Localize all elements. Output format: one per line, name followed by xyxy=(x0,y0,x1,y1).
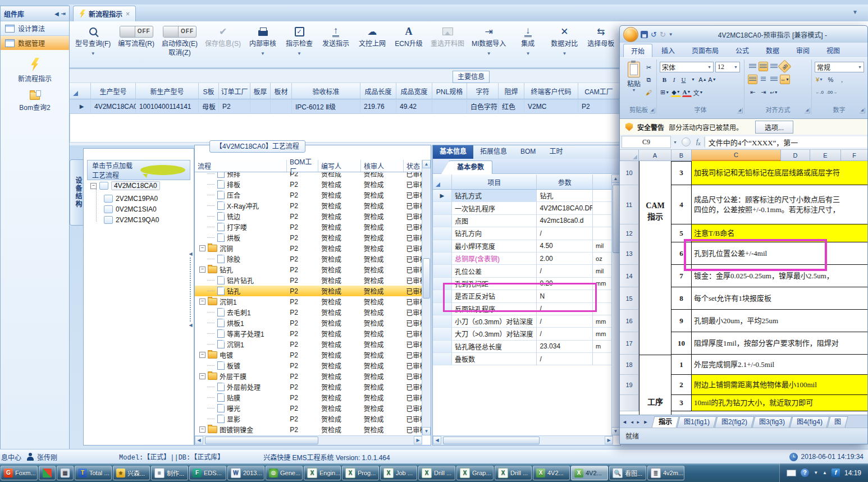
taskbar-item-14[interactable]: XDrill ... xyxy=(495,466,532,480)
row-header[interactable]: 11 xyxy=(620,185,639,224)
ribbon-tab-5[interactable]: 审阅 xyxy=(788,43,817,57)
sidebar-item-1[interactable]: 数据管理 xyxy=(1,36,69,51)
sheet-tab-0[interactable]: 指示 xyxy=(652,416,679,428)
align-top-icon[interactable] xyxy=(748,62,757,71)
fill-color-button[interactable]: ◆▼ xyxy=(671,88,680,97)
main-info-row[interactable]: ▶4V2MC18CA010010400114141母板P2IPC-6012 Ⅱ级… xyxy=(70,99,620,114)
model-search-button[interactable]: 型号查询(F) ▼ xyxy=(75,24,111,57)
taskbar-item-17[interactable]: 🔍看图... xyxy=(609,466,646,480)
splitter-handle[interactable]: ◀◀ xyxy=(188,251,194,328)
message-center-label[interactable]: 息中心 xyxy=(1,452,21,462)
expand-icon[interactable]: − xyxy=(199,426,205,433)
param-row[interactable]: 最小焊环宽度 4.50 mil xyxy=(433,240,613,253)
percent-icon[interactable]: % xyxy=(826,75,835,84)
bold-button[interactable]: B xyxy=(660,75,669,84)
process-row[interactable]: 外层前处理 P2 贺检成 贺检成 已审核 xyxy=(195,382,422,392)
write-flow-toggle[interactable]: OFF 编写流程(R) xyxy=(118,24,154,57)
taskbar-item-18[interactable]: ≣4v2m... xyxy=(647,466,684,480)
column-header[interactable]: 字符 xyxy=(467,82,499,99)
column-header-D[interactable]: D xyxy=(781,150,810,161)
off-toggle[interactable]: OFF xyxy=(120,26,153,38)
row-header[interactable]: 17 xyxy=(620,332,639,355)
font-color-button[interactable]: A▼ xyxy=(682,88,692,97)
sheet-tab-2[interactable]: 图2(fig2) xyxy=(715,416,755,428)
param-row[interactable]: 总铜厚(含表铜) 2.00 oz xyxy=(433,253,613,265)
save-icon[interactable] xyxy=(641,31,648,38)
taskbar-item-11[interactable]: XJob ... xyxy=(380,466,417,480)
tree-node-child[interactable]: 2V2MC19PA0 xyxy=(104,195,158,203)
taskbar-item-10[interactable]: XProg... xyxy=(342,466,379,480)
process-horizontal-scrollbar[interactable]: ◀ ▶ xyxy=(195,435,422,445)
row-header[interactable]: 18 xyxy=(620,355,639,375)
process-row[interactable]: 等离子处理1 P2 贺检成 贺检成 已审核 xyxy=(195,328,422,339)
sheet-row[interactable]: 10 阻焊厚度1mil，按部分客户要求制作，阻焊对 xyxy=(671,332,867,355)
taskbar-item-2[interactable]: ▦ xyxy=(57,466,74,480)
expand-icon[interactable]: − xyxy=(199,352,205,358)
undo-icon[interactable]: ↺ xyxy=(651,31,657,38)
process-column-header[interactable]: 流程 xyxy=(195,160,287,172)
tree-node-child[interactable]: 2V2MC19QA0 xyxy=(104,216,159,224)
sheet-row[interactable]: 8 每个set允许有1块报废板 xyxy=(671,287,867,310)
tab-basic-params[interactable]: 基本参数 xyxy=(449,160,492,174)
align-middle-icon[interactable] xyxy=(759,62,768,71)
item-column-header[interactable]: 项目 xyxy=(452,175,537,190)
align-bottom-icon[interactable] xyxy=(769,62,779,71)
sheet-row[interactable]: 5 注意T/B命名 xyxy=(671,224,867,242)
copy-icon[interactable]: ⧉ xyxy=(644,75,654,85)
column-header-B[interactable]: B xyxy=(671,150,692,161)
font-dialog-launcher[interactable]: ◢ xyxy=(737,108,743,113)
taskbar-item-1[interactable] xyxy=(39,466,56,480)
sheet-tab-1[interactable]: 图1(fig1) xyxy=(677,416,717,428)
pin-panel-icon[interactable]: ⇥ xyxy=(61,11,66,17)
param-row[interactable]: ▶ 钻孔方式 钻孔 xyxy=(433,190,613,202)
process-column-header[interactable]: 编写人 xyxy=(318,160,361,172)
column-header[interactable]: S板 xyxy=(199,82,219,99)
row-header[interactable]: 16 xyxy=(620,310,639,332)
column-header[interactable]: 阻焊 xyxy=(499,82,524,99)
data-compare-button[interactable]: ✕ 数据对比 ▼ xyxy=(550,24,579,57)
underline-caret[interactable]: ▼ xyxy=(688,75,698,84)
column-header[interactable]: 成品长度 xyxy=(360,82,396,99)
off-toggle[interactable]: OFF xyxy=(163,26,197,38)
row-header[interactable]: 10 xyxy=(620,161,639,185)
ribbon-tab-6[interactable]: 视图 xyxy=(819,43,848,57)
column-header-F[interactable]: F xyxy=(841,150,867,161)
taskbar-item-7[interactable]: W2013... xyxy=(227,466,264,480)
borders-button[interactable]: ⊞▼ xyxy=(660,88,670,97)
merge-center-icon[interactable]: ⇔▼ xyxy=(780,75,790,84)
instruction-check-button[interactable]: ✓ 指示检查 ▼ xyxy=(285,24,314,57)
send-instruction-button[interactable]: ↑ 发送指示 xyxy=(321,24,350,57)
param-row[interactable]: 一次钻孔程序 4V2MC18CA0.DRL xyxy=(433,202,613,214)
align-right-icon[interactable] xyxy=(769,75,779,84)
taskbar-item-13[interactable]: XGrap... xyxy=(456,466,494,480)
process-row[interactable]: −图镀铜镍金 P2 贺检成 贺检成 已审核 xyxy=(195,424,422,434)
office-button[interactable] xyxy=(623,27,638,42)
toolbar-overflow-caret[interactable]: ▼ xyxy=(852,9,858,15)
process-row[interactable]: 贴膜 P2 贺检成 贺检成 已审核 xyxy=(195,392,422,403)
merged-a-column[interactable]: CAM 指示 工序 xyxy=(639,161,671,415)
align-left-icon[interactable] xyxy=(748,75,757,84)
detail-tab-2[interactable]: BOM xyxy=(514,145,542,159)
cut-icon[interactable]: ✂ xyxy=(644,63,654,72)
column-header[interactable]: 验收标准 xyxy=(292,82,360,99)
start-modify-toggle[interactable]: OFF 启动修改(E) 取消(Z) xyxy=(162,24,198,66)
process-row[interactable]: 显影 P2 贺检成 贺检成 已审核 xyxy=(195,414,422,424)
ribbon-tab-1[interactable]: 插入 xyxy=(654,43,683,57)
detail-tab-3[interactable]: 工时 xyxy=(542,145,569,159)
row-header[interactable] xyxy=(620,395,639,411)
column-header[interactable]: PNL规格 xyxy=(432,82,467,99)
column-header-E[interactable]: E xyxy=(810,150,841,161)
column-header[interactable]: 成品宽度 xyxy=(396,82,432,99)
process-column-header[interactable]: BOM工厂 xyxy=(287,160,318,172)
row-header[interactable]: 12 xyxy=(620,224,639,242)
process-vertical-scrollbar[interactable]: ▲ ▼ xyxy=(422,160,431,435)
expand-icon[interactable]: − xyxy=(199,299,205,305)
sheet-row[interactable]: 4 成品尺寸公差：顾客标注的尺寸小数点后有三 四位的，公差按照+/-0.1mm。… xyxy=(671,185,867,224)
wrap-text-icon[interactable]: ↩▼ xyxy=(769,88,779,97)
tree-node-child[interactable]: 0V2MC1SIA0 xyxy=(104,205,157,213)
column-header[interactable]: CAM工厂 xyxy=(578,82,620,99)
tab-device-structure[interactable]: 设备结构 xyxy=(70,159,84,226)
tab-main-info[interactable]: 主要信息 xyxy=(453,71,490,83)
sheet-row[interactable]: 3 加我司标记和无铅标记在底层线路或底层字符 xyxy=(671,161,867,185)
taskbar-item-16[interactable]: X4V2... xyxy=(571,466,608,480)
